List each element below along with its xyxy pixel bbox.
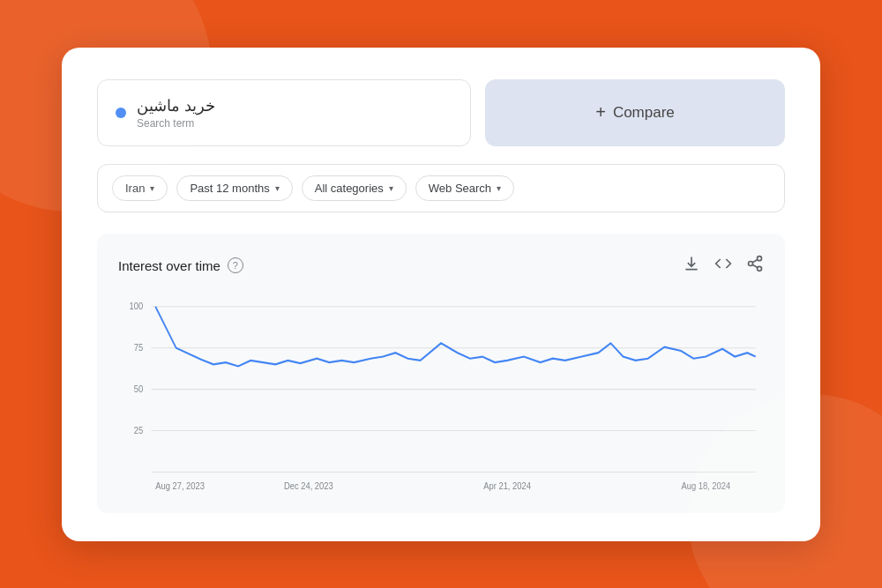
compare-plus-icon: + [595,102,606,123]
embed-icon[interactable] [714,255,732,277]
svg-text:25: 25 [134,425,144,435]
filter-row: Iran ▾ Past 12 months ▾ All categories ▾… [97,164,785,212]
svg-text:Apr 21, 2024: Apr 21, 2024 [483,480,531,491]
filter-time-label: Past 12 months [190,182,269,195]
svg-point-2 [758,266,762,271]
svg-text:50: 50 [134,383,144,394]
chevron-down-icon: ▾ [275,183,280,193]
chart-header: Interest over time ? [118,255,764,277]
download-icon[interactable] [683,255,700,277]
search-term-box[interactable]: خرید ماشین Search term [97,79,471,146]
svg-point-0 [758,256,762,260]
filter-search-type-label: Web Search [429,182,491,195]
chart-actions [683,255,764,277]
compare-box[interactable]: + Compare [485,79,785,146]
filter-country[interactable]: Iran ▾ [112,175,168,201]
search-dot-indicator [116,108,126,118]
filter-country-label: Iran [125,182,145,195]
chart-title: Interest over time [118,258,220,273]
compare-label: Compare [613,104,675,122]
share-icon[interactable] [746,255,764,277]
filter-category-label: All categories [315,182,384,195]
line-chart-svg: 100 75 50 25 Aug 27, 2023 Dec 24, 2023 A… [118,287,764,499]
search-row: خرید ماشین Search term + Compare [97,79,785,146]
svg-line-3 [752,264,758,267]
svg-point-1 [749,261,753,265]
help-icon[interactable]: ? [228,257,243,273]
search-term-label: Search term [137,117,215,130]
svg-text:Aug 27, 2023: Aug 27, 2023 [155,480,205,491]
svg-text:Aug 18, 2024: Aug 18, 2024 [681,480,730,491]
svg-text:75: 75 [134,342,144,353]
svg-text:Dec 24, 2023: Dec 24, 2023 [284,480,333,491]
filter-time[interactable]: Past 12 months ▾ [176,175,292,201]
search-term-value: خرید ماشین [137,96,215,115]
chart-section: Interest over time ? [97,234,785,513]
main-card: خرید ماشین Search term + Compare Iran ▾ … [62,48,820,541]
chevron-down-icon: ▾ [497,183,501,193]
svg-text:100: 100 [130,301,144,311]
chevron-down-icon: ▾ [150,183,154,193]
filter-category[interactable]: All categories ▾ [302,175,407,201]
search-term-text-group: خرید ماشین Search term [137,96,215,130]
svg-line-4 [752,259,758,262]
chart-area: 100 75 50 25 Aug 27, 2023 Dec 24, 2023 A… [118,287,764,499]
chevron-down-icon: ▾ [389,183,393,193]
filter-search-type[interactable]: Web Search ▾ [415,175,514,201]
chart-title-group: Interest over time ? [118,257,243,273]
